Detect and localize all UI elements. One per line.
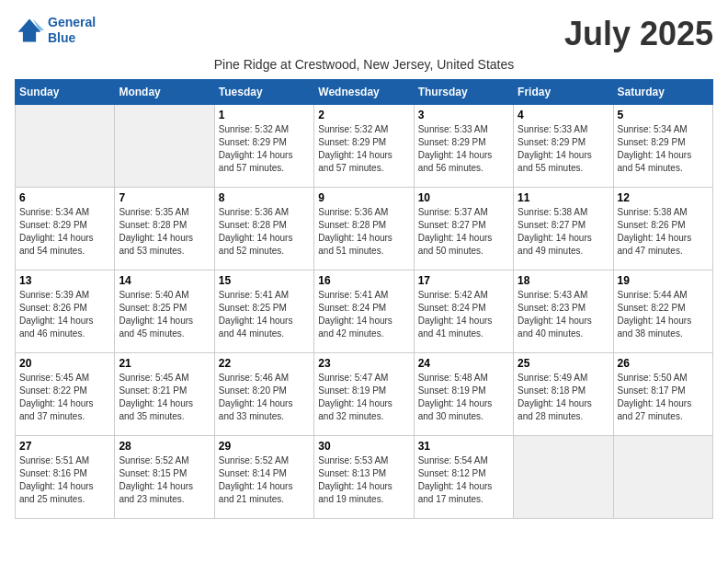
day-info: Sunrise: 5:45 AM Sunset: 8:22 PM Dayligh… <box>19 372 110 423</box>
week-row-5: 27Sunrise: 5:51 AM Sunset: 8:16 PM Dayli… <box>16 436 713 519</box>
day-number: 6 <box>19 191 110 204</box>
day-number: 3 <box>418 109 509 121</box>
day-number: 26 <box>618 357 709 370</box>
logo: General Blue <box>15 15 96 46</box>
calendar-cell: 15Sunrise: 5:41 AM Sunset: 8:25 PM Dayli… <box>214 270 313 353</box>
week-row-1: 1Sunrise: 5:32 AM Sunset: 8:29 PM Daylig… <box>16 105 713 188</box>
page-header: General Blue July 2025 <box>15 15 713 53</box>
calendar-cell: 2Sunrise: 5:32 AM Sunset: 8:29 PM Daylig… <box>314 105 414 188</box>
day-number: 17 <box>418 274 509 287</box>
calendar-cell <box>115 105 214 188</box>
day-number: 28 <box>119 440 210 453</box>
day-number: 14 <box>119 274 210 287</box>
day-info: Sunrise: 5:50 AM Sunset: 8:17 PM Dayligh… <box>618 372 709 423</box>
day-info: Sunrise: 5:33 AM Sunset: 8:29 PM Dayligh… <box>518 123 609 175</box>
day-info: Sunrise: 5:52 AM Sunset: 8:14 PM Dayligh… <box>219 454 310 506</box>
day-info: Sunrise: 5:38 AM Sunset: 8:26 PM Dayligh… <box>618 206 709 258</box>
day-number: 15 <box>219 274 310 287</box>
calendar-cell: 21Sunrise: 5:45 AM Sunset: 8:21 PM Dayli… <box>115 353 214 436</box>
day-info: Sunrise: 5:48 AM Sunset: 8:19 PM Dayligh… <box>418 372 509 423</box>
calendar-cell: 27Sunrise: 5:51 AM Sunset: 8:16 PM Dayli… <box>16 436 115 519</box>
calendar-cell: 22Sunrise: 5:46 AM Sunset: 8:20 PM Dayli… <box>214 353 313 436</box>
calendar-cell: 24Sunrise: 5:48 AM Sunset: 8:19 PM Dayli… <box>414 353 513 436</box>
calendar-cell: 8Sunrise: 5:36 AM Sunset: 8:28 PM Daylig… <box>214 188 313 270</box>
calendar-cell: 28Sunrise: 5:52 AM Sunset: 8:15 PM Dayli… <box>115 436 214 519</box>
day-info: Sunrise: 5:36 AM Sunset: 8:28 PM Dayligh… <box>318 206 409 258</box>
day-info: Sunrise: 5:34 AM Sunset: 8:29 PM Dayligh… <box>618 123 709 175</box>
title-block: July 2025 <box>564 15 713 53</box>
day-info: Sunrise: 5:42 AM Sunset: 8:24 PM Dayligh… <box>418 289 509 340</box>
day-number: 7 <box>119 191 210 204</box>
day-number: 1 <box>219 109 310 121</box>
day-number: 16 <box>318 274 409 287</box>
day-info: Sunrise: 5:45 AM Sunset: 8:21 PM Dayligh… <box>119 372 210 423</box>
calendar-cell: 9Sunrise: 5:36 AM Sunset: 8:28 PM Daylig… <box>314 188 414 270</box>
day-number: 27 <box>19 440 110 453</box>
calendar-cell: 10Sunrise: 5:37 AM Sunset: 8:27 PM Dayli… <box>414 188 513 270</box>
day-info: Sunrise: 5:41 AM Sunset: 8:24 PM Dayligh… <box>318 289 409 340</box>
weekday-header-row: SundayMondayTuesdayWednesdayThursdayFrid… <box>16 80 713 105</box>
day-info: Sunrise: 5:38 AM Sunset: 8:27 PM Dayligh… <box>518 206 609 258</box>
calendar-cell: 14Sunrise: 5:40 AM Sunset: 8:25 PM Dayli… <box>115 270 214 353</box>
day-number: 31 <box>418 440 509 453</box>
day-info: Sunrise: 5:52 AM Sunset: 8:15 PM Dayligh… <box>119 454 210 506</box>
day-info: Sunrise: 5:35 AM Sunset: 8:28 PM Dayligh… <box>119 206 210 258</box>
day-number: 21 <box>119 357 210 370</box>
day-info: Sunrise: 5:33 AM Sunset: 8:29 PM Dayligh… <box>418 123 509 175</box>
subtitle: Pine Ridge at Crestwood, New Jersey, Uni… <box>15 57 713 72</box>
day-info: Sunrise: 5:34 AM Sunset: 8:29 PM Dayligh… <box>19 206 110 258</box>
calendar-cell: 11Sunrise: 5:38 AM Sunset: 8:27 PM Dayli… <box>514 188 613 270</box>
day-number: 5 <box>618 109 709 121</box>
day-info: Sunrise: 5:47 AM Sunset: 8:19 PM Dayligh… <box>318 372 409 423</box>
calendar-cell: 5Sunrise: 5:34 AM Sunset: 8:29 PM Daylig… <box>613 105 712 188</box>
day-number: 18 <box>518 274 609 287</box>
day-number: 22 <box>219 357 310 370</box>
logo-text: General Blue <box>48 15 96 46</box>
day-info: Sunrise: 5:44 AM Sunset: 8:22 PM Dayligh… <box>618 289 709 340</box>
day-number: 8 <box>219 191 310 204</box>
day-info: Sunrise: 5:46 AM Sunset: 8:20 PM Dayligh… <box>219 372 310 423</box>
day-number: 10 <box>418 191 509 204</box>
day-number: 29 <box>219 440 310 453</box>
day-number: 23 <box>318 357 409 370</box>
calendar-cell: 18Sunrise: 5:43 AM Sunset: 8:23 PM Dayli… <box>514 270 613 353</box>
calendar-cell: 3Sunrise: 5:33 AM Sunset: 8:29 PM Daylig… <box>414 105 513 188</box>
day-number: 12 <box>618 191 709 204</box>
week-row-2: 6Sunrise: 5:34 AM Sunset: 8:29 PM Daylig… <box>16 188 713 270</box>
day-number: 30 <box>318 440 409 453</box>
calendar-cell: 12Sunrise: 5:38 AM Sunset: 8:26 PM Dayli… <box>613 188 712 270</box>
day-info: Sunrise: 5:41 AM Sunset: 8:25 PM Dayligh… <box>219 289 310 340</box>
calendar-cell: 30Sunrise: 5:53 AM Sunset: 8:13 PM Dayli… <box>314 436 414 519</box>
day-number: 4 <box>518 109 609 121</box>
day-number: 25 <box>518 357 609 370</box>
week-row-4: 20Sunrise: 5:45 AM Sunset: 8:22 PM Dayli… <box>16 353 713 436</box>
calendar-cell: 23Sunrise: 5:47 AM Sunset: 8:19 PM Dayli… <box>314 353 414 436</box>
calendar-cell: 1Sunrise: 5:32 AM Sunset: 8:29 PM Daylig… <box>214 105 313 188</box>
calendar-cell: 20Sunrise: 5:45 AM Sunset: 8:22 PM Dayli… <box>16 353 115 436</box>
calendar-cell: 7Sunrise: 5:35 AM Sunset: 8:28 PM Daylig… <box>115 188 214 270</box>
calendar-cell: 16Sunrise: 5:41 AM Sunset: 8:24 PM Dayli… <box>314 270 414 353</box>
day-number: 13 <box>19 274 110 287</box>
day-info: Sunrise: 5:37 AM Sunset: 8:27 PM Dayligh… <box>418 206 509 258</box>
weekday-header-thursday: Thursday <box>414 80 513 105</box>
day-info: Sunrise: 5:32 AM Sunset: 8:29 PM Dayligh… <box>219 123 310 175</box>
day-info: Sunrise: 5:53 AM Sunset: 8:13 PM Dayligh… <box>318 454 409 506</box>
day-number: 11 <box>518 191 609 204</box>
weekday-header-sunday: Sunday <box>16 80 115 105</box>
calendar-cell: 29Sunrise: 5:52 AM Sunset: 8:14 PM Dayli… <box>214 436 313 519</box>
day-info: Sunrise: 5:49 AM Sunset: 8:18 PM Dayligh… <box>518 372 609 423</box>
day-number: 9 <box>318 191 409 204</box>
weekday-header-monday: Monday <box>115 80 214 105</box>
day-info: Sunrise: 5:36 AM Sunset: 8:28 PM Dayligh… <box>219 206 310 258</box>
day-info: Sunrise: 5:54 AM Sunset: 8:12 PM Dayligh… <box>418 454 509 506</box>
calendar-cell: 13Sunrise: 5:39 AM Sunset: 8:26 PM Dayli… <box>16 270 115 353</box>
calendar-cell <box>16 105 115 188</box>
main-title: July 2025 <box>564 15 713 53</box>
week-row-3: 13Sunrise: 5:39 AM Sunset: 8:26 PM Dayli… <box>16 270 713 353</box>
calendar-cell <box>514 436 613 519</box>
logo-icon <box>15 16 44 45</box>
calendar-cell <box>613 436 712 519</box>
calendar-cell: 31Sunrise: 5:54 AM Sunset: 8:12 PM Dayli… <box>414 436 513 519</box>
calendar-cell: 25Sunrise: 5:49 AM Sunset: 8:18 PM Dayli… <box>514 353 613 436</box>
day-number: 2 <box>318 109 409 121</box>
